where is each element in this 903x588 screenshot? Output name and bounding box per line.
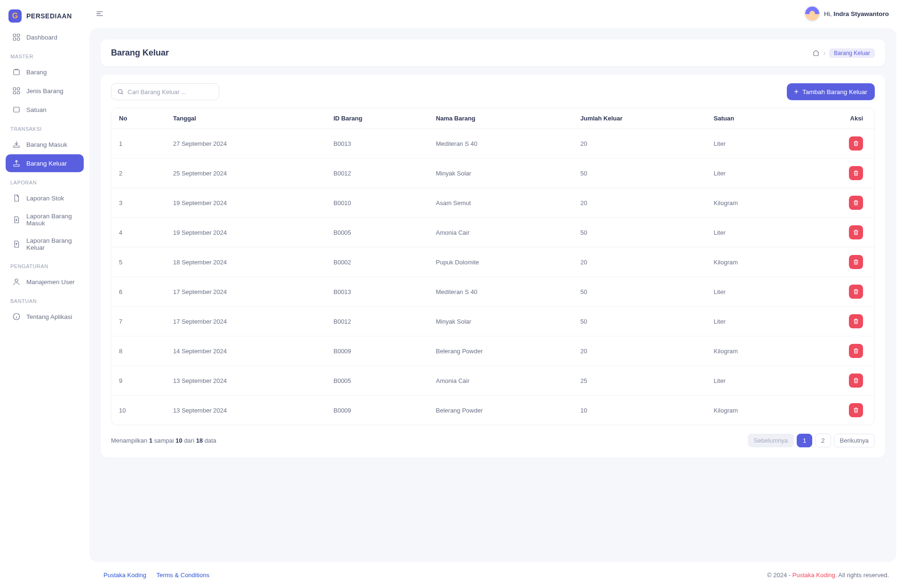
svg-rect-5 xyxy=(13,87,16,90)
delete-button[interactable] xyxy=(849,344,863,358)
chevron-right-icon: › xyxy=(824,50,825,56)
cell-nama-barang: Mediteran S 40 xyxy=(428,277,573,307)
tag-icon xyxy=(12,105,21,114)
download-icon xyxy=(12,140,21,149)
table-row: 913 September 2024B0005Amonia Cair25Lite… xyxy=(111,366,874,396)
table-container: No Tanggal ID Barang Nama Barang Jumlah … xyxy=(111,108,875,425)
table-header-row: No Tanggal ID Barang Nama Barang Jumlah … xyxy=(111,108,874,129)
delete-button[interactable] xyxy=(849,136,863,151)
pager-page[interactable]: 2 xyxy=(815,434,831,447)
user-menu[interactable]: Hi, Indra Styawantoro xyxy=(805,7,889,21)
page-header: Barang Keluar › Barang Keluar xyxy=(101,40,885,66)
sidebar: G PERSEDIAAN Dashboard MASTER Barang Jen… xyxy=(0,0,89,588)
cell-aksi xyxy=(798,366,874,396)
delete-button[interactable] xyxy=(849,403,863,417)
delete-button[interactable] xyxy=(849,196,863,210)
cell-nama-barang: Mediteran S 40 xyxy=(428,129,573,159)
cell-jumlah: 50 xyxy=(573,307,706,336)
footer-links: Pustaka Koding Terms & Conditions xyxy=(103,572,218,579)
table-row: 814 September 2024B0009Belerang Powder20… xyxy=(111,336,874,366)
cell-tanggal: 25 September 2024 xyxy=(166,159,326,188)
cell-nama-barang: Pupuk Dolomite xyxy=(428,247,573,277)
table-footer: Menampilkan 1 sampai 10 dari 18 data Seb… xyxy=(111,434,875,447)
info-icon xyxy=(12,312,21,321)
cell-satuan: Kilogram xyxy=(706,336,798,366)
cell-no: 6 xyxy=(111,277,166,307)
pager-prev[interactable]: Sebelumnya xyxy=(748,434,794,447)
file-out-icon xyxy=(12,240,21,248)
cell-tanggal: 17 September 2024 xyxy=(166,277,326,307)
breadcrumb-current: Barang Keluar xyxy=(829,48,875,58)
table-row: 617 September 2024B0013Mediteran S 4050L… xyxy=(111,277,874,307)
cell-no: 10 xyxy=(111,396,166,425)
delete-button[interactable] xyxy=(849,225,863,239)
sidebar-item-label: Manajemen User xyxy=(26,278,75,286)
toolbar: + Tambah Barang Keluar xyxy=(111,83,875,100)
search-input[interactable] xyxy=(127,88,213,95)
home-icon[interactable] xyxy=(812,49,820,57)
sidebar-item-label: Satuan xyxy=(26,106,47,113)
cell-satuan: Liter xyxy=(706,159,798,188)
search-box[interactable] xyxy=(111,83,219,100)
cell-satuan: Kilogram xyxy=(706,188,798,218)
pager-next[interactable]: Berikutnya xyxy=(834,434,875,447)
sidebar-item-manajemen-user[interactable]: Manajemen User xyxy=(6,273,84,291)
footer-brand[interactable]: Pustaka Koding xyxy=(792,572,835,579)
nav-section-laporan: LAPORAN xyxy=(4,173,86,188)
sidebar-item-laporan-stok[interactable]: Laporan Stok xyxy=(6,189,84,207)
th-tanggal: Tanggal xyxy=(166,108,326,129)
svg-rect-3 xyxy=(17,38,20,40)
delete-button[interactable] xyxy=(849,166,863,180)
cell-id-barang: B0010 xyxy=(326,188,428,218)
brand-name: PERSEDIAAN xyxy=(26,12,72,20)
table-row: 225 September 2024B0012Minyak Solar50Lit… xyxy=(111,159,874,188)
cell-aksi xyxy=(798,277,874,307)
sidebar-item-barang[interactable]: Barang xyxy=(6,63,84,81)
th-no: No xyxy=(111,108,166,129)
sidebar-item-label: Jenis Barang xyxy=(26,87,63,95)
cell-id-barang: B0009 xyxy=(326,336,428,366)
cell-id-barang: B0012 xyxy=(326,159,428,188)
th-nama-barang: Nama Barang xyxy=(428,108,573,129)
brand-logo[interactable]: G PERSEDIAAN xyxy=(4,7,86,27)
sidebar-item-label: Barang Masuk xyxy=(26,141,67,148)
pagination: Sebelumnya12Berikutnya xyxy=(748,434,875,447)
delete-button[interactable] xyxy=(849,285,863,299)
cell-aksi xyxy=(798,159,874,188)
trash-icon xyxy=(853,377,859,384)
cell-satuan: Liter xyxy=(706,129,798,159)
delete-button[interactable] xyxy=(849,314,863,328)
footer-link-terms[interactable]: Terms & Conditions xyxy=(156,572,209,579)
sidebar-item-laporan-keluar[interactable]: Laporan Barang Keluar xyxy=(6,232,84,256)
cell-jumlah: 20 xyxy=(573,188,706,218)
cell-jumlah: 10 xyxy=(573,396,706,425)
cell-tanggal: 19 September 2024 xyxy=(166,218,326,247)
breadcrumb: › Barang Keluar xyxy=(812,48,875,58)
cell-jumlah: 20 xyxy=(573,129,706,159)
sidebar-item-laporan-masuk[interactable]: Laporan Barang Masuk xyxy=(6,208,84,231)
greeting-prefix: Hi, xyxy=(824,10,832,17)
page-title: Barang Keluar xyxy=(111,48,169,58)
svg-rect-7 xyxy=(13,92,16,94)
add-button[interactable]: + Tambah Barang Keluar xyxy=(787,83,875,100)
grid-icon xyxy=(12,33,21,41)
sidebar-item-jenis-barang[interactable]: Jenis Barang xyxy=(6,82,84,100)
topbar: Hi, Indra Styawantoro xyxy=(89,0,903,24)
delete-button[interactable] xyxy=(849,373,863,388)
sidebar-item-tentang[interactable]: Tentang Aplikasi xyxy=(6,308,84,326)
trash-icon xyxy=(853,348,859,354)
cell-id-barang: B0005 xyxy=(326,218,428,247)
footer-link-pustaka[interactable]: Pustaka Koding xyxy=(103,572,146,579)
sidebar-item-satuan[interactable]: Satuan xyxy=(6,101,84,119)
pager-page[interactable]: 1 xyxy=(797,434,812,447)
cell-id-barang: B0005 xyxy=(326,366,428,396)
delete-button[interactable] xyxy=(849,255,863,269)
sidebar-item-barang-masuk[interactable]: Barang Masuk xyxy=(6,135,84,153)
cell-aksi xyxy=(798,129,874,159)
sidebar-item-barang-keluar[interactable]: Barang Keluar xyxy=(6,154,84,172)
cell-no: 1 xyxy=(111,129,166,159)
sidebar-item-dashboard[interactable]: Dashboard xyxy=(6,28,84,46)
menu-toggle[interactable] xyxy=(94,8,105,19)
logo-badge: G xyxy=(8,9,22,23)
pagination-summary: Menampilkan 1 sampai 10 dari 18 data xyxy=(111,437,216,444)
